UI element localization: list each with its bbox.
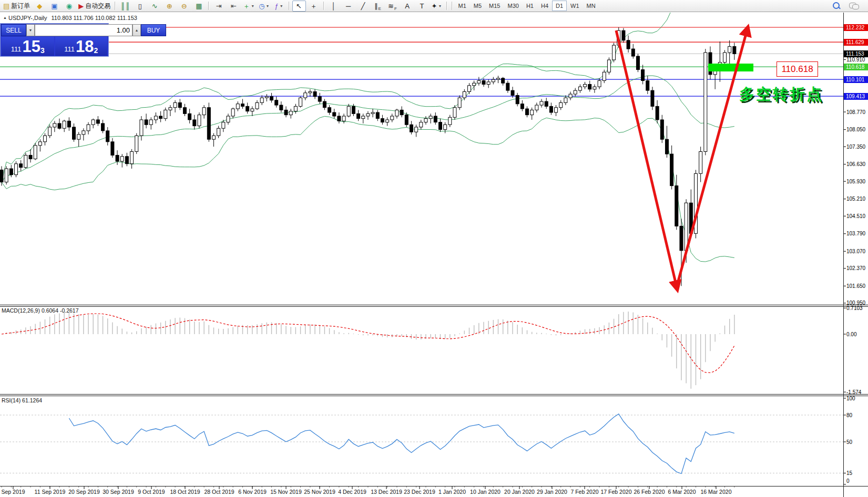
date-tick-label: 23 Dec 2019 (404, 489, 435, 495)
rsi-line (69, 414, 734, 474)
rsi-tick-80: 80 (846, 412, 852, 419)
buy-price[interactable]: 111 18 2 (55, 37, 108, 56)
buy-price-pip: 2 (94, 46, 98, 55)
price-axis-border (843, 13, 844, 497)
rsi-pane-separator[interactable] (0, 394, 868, 396)
price-marker-109.413: 109.413 (844, 93, 868, 100)
chart-title: ▲USDJPY-,Daily 110.803 111.706 110.082 1… (3, 15, 137, 21)
trend-arrow-1[interactable] (616, 30, 677, 287)
date-tick-label: 20 Jan 2020 (504, 489, 535, 495)
price-marker-110.101: 110.101 (844, 76, 868, 83)
date-tick-label: 20 Sep 2019 (68, 489, 100, 495)
price-tick-105.930: 105.930 (846, 178, 865, 185)
macd-indicator-label: MACD(12,26,9) 0.6064 -0.2617 (2, 307, 79, 314)
price-tick-103.070: 103.070 (846, 248, 865, 255)
macd-tick-0.7103: 0.7103 (846, 305, 863, 312)
date-tick-label: 26 Feb 2020 (634, 489, 665, 495)
volume-increase-button[interactable]: ▲ (132, 24, 141, 36)
buy-button[interactable]: BUY (141, 24, 166, 36)
sell-price-main: 15 (22, 39, 40, 55)
date-tick-label: 7 Feb 2020 (570, 489, 598, 495)
green-highlight-rectangle[interactable] (708, 64, 753, 71)
buy-price-main: 18 (76, 39, 94, 55)
price-marker-111.153: 111.153 (844, 50, 868, 57)
date-tick-label: 4 Dec 2019 (338, 489, 366, 495)
sell-price-pip: 3 (40, 46, 45, 55)
macd-pane-separator[interactable] (0, 305, 868, 307)
rsi-indicator-label: RSI(14) 61.1264 (2, 397, 42, 403)
macd-histogram (2, 312, 734, 389)
date-tick-label: 18 Oct 2019 (170, 489, 200, 495)
price-tick-108.050: 108.050 (846, 126, 865, 133)
price-marker-110.618: 110.618 (844, 64, 868, 70)
chart-symbol-period: USDJPY-,Daily (8, 15, 47, 21)
date-tick-label: 30 Sep 2019 (103, 489, 134, 495)
rsi-tick-0: 0 (846, 478, 850, 484)
date-tick-label: 10 Jan 2020 (470, 489, 501, 495)
date-tick-label: 15 Nov 2019 (270, 489, 302, 495)
date-tick-label: 17 Feb 2020 (601, 489, 632, 495)
sell-price[interactable]: 111 15 3 (2, 37, 54, 56)
date-tick-label: 29 Jan 2020 (537, 489, 567, 495)
volume-decrease-button[interactable]: ▼ (26, 24, 35, 36)
macd-tick-0.00: 0.00 (846, 331, 856, 338)
price-tick-101.650: 101.650 (846, 283, 865, 289)
chart-ohlc-values: 110.803 111.706 110.082 111.153 (52, 15, 137, 21)
turning-point-annotation[interactable]: 多空转折点 (739, 84, 823, 105)
price-marker-112.232: 112.232 (844, 24, 868, 31)
rsi-tick-100: 100 (846, 395, 855, 402)
mt4-window: ▤新订单◆▣◉▶自动交易║║▯∿⊕⊖▦⇥⇤＋▼◷▼ƒ▼↖＋│─╱∥E≋FAT✦▼… (0, 0, 868, 497)
price-tick-103.790: 103.790 (846, 230, 865, 237)
date-tick-label: 9 Oct 2019 (138, 489, 165, 495)
price-tick-102.370: 102.370 (846, 265, 865, 272)
rsi-tick-15: 15 (846, 470, 852, 477)
date-axis-border (0, 486, 868, 486)
date-tick-label: 28 Oct 2019 (204, 489, 234, 495)
price-tick-105.210: 105.210 (846, 195, 865, 202)
price-tick-107.350: 107.350 (846, 143, 865, 150)
date-tick-label: 1 Jan 2020 (438, 489, 466, 495)
volume-input[interactable] (35, 24, 132, 36)
date-tick-label: 16 Mar 2020 (701, 489, 732, 495)
date-tick-label: 13 Dec 2019 (371, 489, 402, 495)
macd-signal-line (2, 314, 734, 373)
buy-price-handle: 111 (64, 45, 75, 53)
price-tick-106.630: 106.630 (846, 161, 865, 168)
one-click-trading-panel: SELL ▼ ▲ BUY 111 15 3 111 18 2 (0, 23, 109, 57)
sell-button[interactable]: SELL (1, 24, 26, 36)
one-click-collapse-icon[interactable]: ▲ (3, 16, 7, 19)
price-tick-104.510: 104.510 (846, 213, 865, 220)
price-tick-108.770: 108.770 (846, 109, 865, 116)
date-tick-label: 25 Nov 2019 (304, 489, 335, 495)
date-tick-label: 6 Mar 2020 (668, 489, 696, 495)
rsi-tick-50: 50 (846, 439, 852, 446)
price-marker-111.629: 111.629 (844, 39, 868, 46)
price-callout-label[interactable]: 110.618 (777, 61, 818, 77)
sell-price-handle: 111 (11, 45, 22, 53)
date-tick-label: 6 Nov 2019 (238, 489, 267, 495)
date-tick-label: Sep 2019 (2, 489, 25, 495)
date-tick-label: 11 Sep 2019 (35, 489, 66, 495)
